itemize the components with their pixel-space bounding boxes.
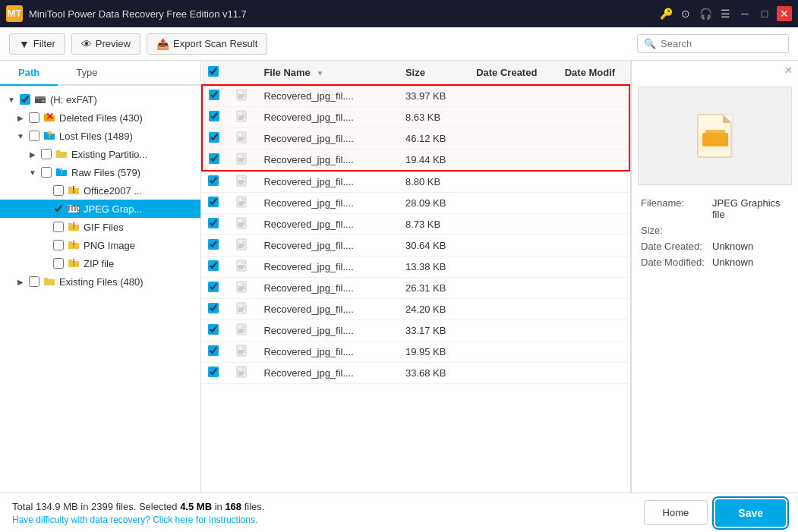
status-left: Total 134.9 MB in 2399 files. Selected 4… [12,501,264,525]
row-date-modified [559,193,629,214]
tree-root[interactable]: ▼ (H: exFAT) [0,90,200,109]
row-checkbox[interactable] [208,367,219,377]
tree-label-gif: GIF Files [84,222,124,233]
tree-checkbox-gif[interactable] [53,222,64,232]
folder-zip-icon: ! [67,257,80,270]
tab-type[interactable]: Type [58,61,115,86]
row-checkbox[interactable] [208,239,219,250]
tree-item-gif[interactable]: ! GIF Files [0,218,200,236]
tree-checkbox-png[interactable] [53,240,64,250]
key-icon[interactable]: 🔑 [658,6,673,21]
circle-icon[interactable]: ⊙ [678,6,693,21]
header-checkbox[interactable] [202,61,229,85]
file-table: File Name ▼ Size Date Created Date Modif [201,61,630,384]
search-box[interactable]: 🔍 [637,34,789,53]
tree-item-deleted[interactable]: ▶ ✕ Deleted Files (430) [0,109,200,127]
folder-partition-icon [55,147,68,161]
tree-checkbox-lost[interactable] [29,131,39,141]
header-date-modified[interactable]: Date Modif [559,61,629,85]
tree-item-lost[interactable]: ▼ ? Lost Files (1489) [0,127,200,145]
left-panel: Path Type ▼ (H: exFAT) ▶ [0,61,201,493]
tree-item-existing-partition[interactable]: ▶ Existing Partitio... [0,145,200,163]
minimize-button[interactable]: ─ [737,6,752,21]
help-link[interactable]: Have difficulty with data recovery? Clic… [12,515,264,525]
row-checkbox-cell[interactable] [202,299,229,320]
row-checkbox-cell[interactable] [202,150,229,172]
select-all-checkbox[interactable] [208,66,219,77]
export-button[interactable]: 📤 Export Scan Result [147,33,267,55]
row-checkbox[interactable] [208,324,219,335]
tree-checkbox-raw[interactable] [41,167,52,178]
menu-icon[interactable]: ☰ [718,6,733,21]
row-checkbox-cell[interactable] [202,171,229,193]
row-date-modified [559,278,629,299]
tree-toggle-existing-files[interactable]: ▶ [15,276,26,287]
row-checkbox[interactable] [209,90,219,100]
row-checkbox[interactable] [208,175,219,186]
row-icon-cell [229,85,257,107]
tree-toggle-root[interactable]: ▼ [6,94,17,105]
sort-icon[interactable]: ▼ [316,69,323,77]
tree-item-zip[interactable]: ! ZIP file [0,254,200,272]
preview-button[interactable]: 👁 Preview [71,33,140,55]
preview-close-button[interactable]: × [785,64,792,77]
tree-label-png: PNG Image [84,240,135,251]
row-checkbox-cell[interactable] [202,257,229,278]
tree-toggle-existing-partition[interactable]: ▶ [27,149,38,159]
search-input[interactable] [661,38,782,49]
tree-checkbox-deleted[interactable] [29,112,39,123]
row-checkbox-cell[interactable] [202,193,229,214]
row-filename: Recovered_jpg_fil.... [257,107,399,128]
tree-checkbox-office[interactable] [53,185,64,196]
row-checkbox[interactable] [208,303,219,313]
tree-item-raw[interactable]: ▼ ! Raw Files (579) [0,163,200,181]
header-date-created[interactable]: Date Created [470,61,559,85]
row-checkbox[interactable] [209,111,219,121]
header-icon [229,61,257,85]
row-checkbox-cell[interactable] [202,235,229,257]
tree-checkbox-existing-partition[interactable] [41,149,52,159]
row-checkbox-cell[interactable] [202,107,229,128]
row-checkbox-cell[interactable] [202,85,229,107]
headphones-icon[interactable]: 🎧 [698,6,713,21]
row-checkbox-cell[interactable] [202,342,229,363]
row-checkbox-cell[interactable] [202,320,229,342]
file-icon [235,217,248,229]
tree-checkbox-jpeg[interactable] [53,203,64,214]
home-button[interactable]: Home [644,500,708,525]
row-checkbox-cell[interactable] [202,128,229,150]
save-button[interactable]: Save [715,499,786,527]
tree-checkbox-zip[interactable] [53,258,64,269]
row-checkbox[interactable] [208,345,219,356]
row-checkbox[interactable] [209,132,219,143]
tree-item-office[interactable]: ! Office2007 ... [0,181,200,200]
preview-size-label: Size: [641,225,709,236]
tree-item-existing-files[interactable]: ▶ Existing Files (480) [0,272,200,291]
tree-item-jpeg[interactable]: img JPEG Grap... [0,200,200,218]
row-checkbox[interactable] [208,260,219,271]
close-button[interactable]: ✕ [777,6,792,21]
row-checkbox-cell[interactable] [202,278,229,299]
row-checkbox[interactable] [208,282,219,292]
tab-path[interactable]: Path [0,61,58,86]
tree-item-png[interactable]: ! PNG Image [0,236,200,254]
tree-toggle-raw[interactable]: ▼ [27,167,38,178]
filter-button[interactable]: ▼ Filter [9,33,65,55]
row-checkbox[interactable] [208,197,219,207]
row-checkbox-cell[interactable] [202,214,229,235]
row-date-modified [559,128,629,150]
row-size: 46.12 KB [399,128,470,150]
row-filename: Recovered_jpg_fil.... [257,320,399,342]
header-filename[interactable]: File Name ▼ [257,61,399,85]
tree-toggle-lost[interactable]: ▼ [15,131,26,141]
svg-rect-71 [702,133,728,146]
table-header-row: File Name ▼ Size Date Created Date Modif [202,61,629,85]
tree-checkbox-existing-files[interactable] [29,276,39,287]
tree-checkbox-root[interactable] [20,94,30,105]
maximize-button[interactable]: □ [757,6,772,21]
header-size[interactable]: Size [399,61,470,85]
row-checkbox[interactable] [208,218,219,228]
tree-toggle-deleted[interactable]: ▶ [15,112,26,123]
row-checkbox-cell[interactable] [202,363,229,384]
row-checkbox[interactable] [209,153,219,164]
